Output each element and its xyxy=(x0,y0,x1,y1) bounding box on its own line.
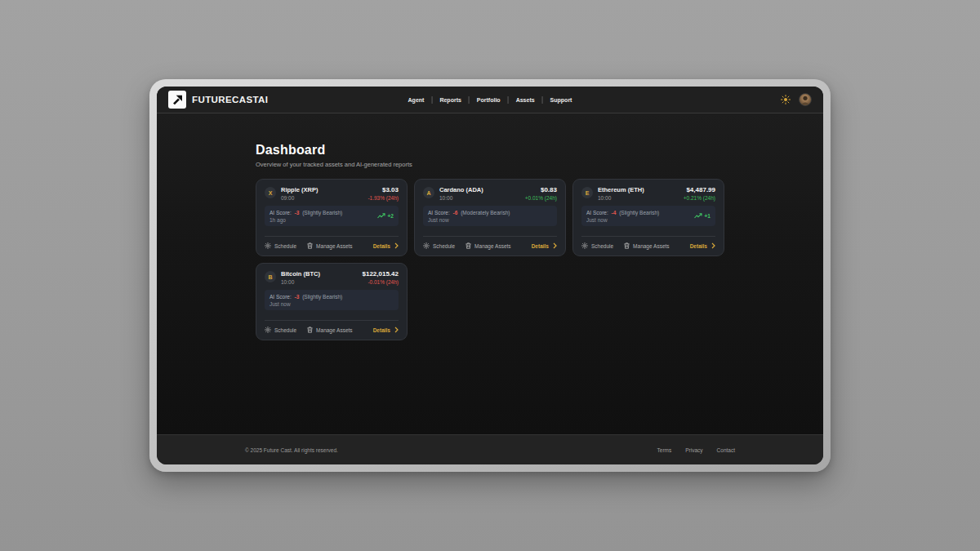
details-label: Details xyxy=(373,243,390,249)
nav-item-assets[interactable]: Assets xyxy=(509,97,542,103)
ai-score-panel: AI Score: -6 (Moderately Bearish) Just n… xyxy=(423,206,557,226)
manage-assets-label: Manage Assets xyxy=(474,243,510,249)
page-subtitle: Overview of your tracked assets and AI-g… xyxy=(256,161,724,168)
details-button[interactable]: Details xyxy=(690,242,715,249)
ai-sentiment: (Slightly Bearish) xyxy=(302,294,342,300)
trash-icon xyxy=(466,242,471,249)
asset-initial-badge: B xyxy=(265,271,276,282)
main-nav: Agent Reports Portfolio Assets Support xyxy=(401,87,580,113)
asset-initial-badge: A xyxy=(423,187,434,198)
asset-change: +0.21% (24h) xyxy=(684,195,715,201)
ai-updated: Just now xyxy=(586,217,659,223)
sun-icon xyxy=(781,95,791,104)
chevron-right-icon xyxy=(394,327,399,333)
card-actions: Schedule Manage Assets xyxy=(423,236,557,249)
card-actions: Schedule Manage Assets xyxy=(265,236,399,249)
manage-assets-button[interactable]: Manage Assets xyxy=(307,242,352,249)
schedule-button[interactable]: Schedule xyxy=(265,327,296,333)
asset-price: $0.83 xyxy=(525,186,557,193)
trash-icon xyxy=(307,242,313,249)
app-header: FUTURECASTAI Agent Reports Portfolio Ass… xyxy=(157,87,823,113)
asset-change: -1.93% (24h) xyxy=(368,195,399,201)
gear-icon xyxy=(423,242,430,249)
asset-price: $4,487.99 xyxy=(684,186,715,193)
ai-score-label: AI Score: xyxy=(270,210,292,216)
person-icon xyxy=(800,94,811,105)
schedule-label: Schedule xyxy=(591,243,613,249)
nav-item-support[interactable]: Support xyxy=(543,97,580,103)
footer-link-contact[interactable]: Contact xyxy=(717,447,735,453)
trend-up-icon xyxy=(694,213,702,219)
schedule-button[interactable]: Schedule xyxy=(265,242,296,249)
footer-links: Terms Privacy Contact xyxy=(657,447,735,453)
chevron-right-icon xyxy=(553,242,557,249)
nav-item-portfolio[interactable]: Portfolio xyxy=(470,97,508,103)
details-button[interactable]: Details xyxy=(373,327,399,333)
chevron-right-icon xyxy=(394,242,399,249)
user-avatar[interactable] xyxy=(799,93,812,106)
asset-name: Cardano (ADA) xyxy=(439,186,483,193)
ai-updated: Just now xyxy=(270,301,342,307)
trash-icon xyxy=(624,242,630,249)
trash-icon xyxy=(307,327,313,333)
ai-score-value: -3 xyxy=(295,210,300,216)
copyright-text: © 2025 Future Cast. All rights reserved. xyxy=(245,447,338,453)
card-actions: Schedule Manage Assets xyxy=(581,236,715,249)
ai-sentiment: (Slightly Bearish) xyxy=(302,210,342,216)
trend-value: +2 xyxy=(388,213,394,219)
asset-time: 10:00 xyxy=(439,195,483,201)
footer-link-privacy[interactable]: Privacy xyxy=(685,447,702,453)
asset-price: $122,015.42 xyxy=(363,270,399,278)
gear-icon xyxy=(265,327,271,333)
asset-change: -0.01% (24h) xyxy=(363,279,399,285)
schedule-label: Schedule xyxy=(274,243,296,249)
ai-score-panel: AI Score: -4 (Slightly Bearish) Just now xyxy=(581,206,715,226)
details-label: Details xyxy=(690,243,707,249)
manage-assets-label: Manage Assets xyxy=(633,243,669,249)
app-footer: © 2025 Future Cast. All rights reserved.… xyxy=(157,434,823,464)
asset-time: 10:00 xyxy=(281,279,320,285)
asset-price: $3.03 xyxy=(368,186,399,193)
nav-item-agent[interactable]: Agent xyxy=(401,97,432,103)
ai-score-label: AI Score: xyxy=(270,294,292,300)
footer-link-terms[interactable]: Terms xyxy=(657,447,672,453)
details-button[interactable]: Details xyxy=(373,242,399,249)
card-actions: Schedule Manage Assets xyxy=(265,320,399,333)
ai-updated: 1h ago xyxy=(270,217,342,223)
manage-assets-label: Manage Assets xyxy=(316,327,352,333)
asset-name: Ripple (XRP) xyxy=(281,186,318,193)
ai-score-label: AI Score: xyxy=(586,210,608,216)
asset-initial-badge: E xyxy=(581,187,593,198)
asset-initial-badge: X xyxy=(265,187,276,198)
ai-score-value: -4 xyxy=(612,210,617,216)
ai-score-label: AI Score: xyxy=(428,210,450,216)
ai-score-value: -6 xyxy=(453,210,458,216)
asset-card-btc: B Bitcoin (BTC) 10:00 $122,015.42 -0.01%… xyxy=(256,263,408,340)
schedule-button[interactable]: Schedule xyxy=(423,242,455,249)
schedule-button[interactable]: Schedule xyxy=(581,242,613,249)
brand-name: FUTURECASTAI xyxy=(192,95,268,104)
asset-card-grid: X Ripple (XRP) 09:00 $3.03 -1.93% (24h) xyxy=(256,179,724,340)
schedule-label: Schedule xyxy=(433,243,455,249)
asset-card-xrp: X Ripple (XRP) 09:00 $3.03 -1.93% (24h) xyxy=(256,179,408,256)
manage-assets-button[interactable]: Manage Assets xyxy=(307,327,352,333)
main-area: Dashboard Overview of your tracked asset… xyxy=(157,113,823,434)
header-actions xyxy=(781,93,812,106)
page-title: Dashboard xyxy=(256,143,724,158)
gear-icon xyxy=(265,242,271,249)
diagonal-arrow-logo-icon xyxy=(171,93,184,106)
ai-sentiment: (Slightly Bearish) xyxy=(619,210,659,216)
browser-window-frame: FUTURECASTAI Agent Reports Portfolio Ass… xyxy=(149,79,831,472)
app-screen: FUTURECASTAI Agent Reports Portfolio Ass… xyxy=(157,87,823,464)
details-button[interactable]: Details xyxy=(532,242,557,249)
manage-assets-button[interactable]: Manage Assets xyxy=(624,242,669,249)
theme-toggle-button[interactable] xyxy=(781,95,791,104)
schedule-label: Schedule xyxy=(274,327,296,333)
manage-assets-button[interactable]: Manage Assets xyxy=(466,242,510,249)
trend-badge: +1 xyxy=(694,213,710,219)
nav-item-reports[interactable]: Reports xyxy=(432,97,468,103)
asset-name: Ethereum (ETH) xyxy=(598,186,644,193)
asset-time: 09:00 xyxy=(281,195,318,201)
asset-card-ada: A Cardano (ADA) 10:00 $0.83 +0.01% (24h) xyxy=(414,179,566,256)
ai-updated: Just now xyxy=(428,217,510,223)
